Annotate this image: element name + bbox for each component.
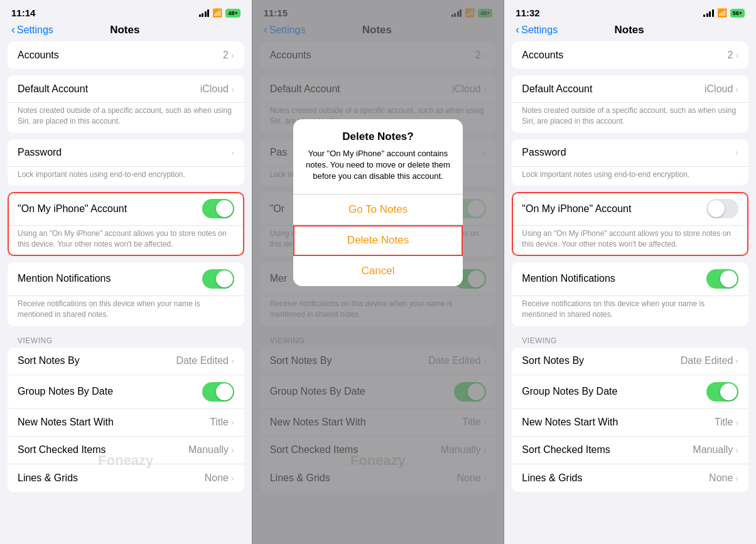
accounts-row-1[interactable]: Accounts 2 › bbox=[8, 41, 244, 69]
status-bar-1: 11:14 📶 48+ bbox=[0, 0, 252, 21]
new-notes-chevron-1: › bbox=[231, 417, 234, 427]
group-notes-row-3[interactable]: Group Notes By Date bbox=[512, 375, 748, 409]
accounts-value-3: 2 › bbox=[727, 50, 738, 61]
sort-checked-value-1: Manually › bbox=[188, 444, 234, 456]
lines-grids-value-1: None › bbox=[205, 472, 234, 484]
default-account-chevron-1: › bbox=[231, 84, 234, 94]
dialog-actions: Go To Notes Delete Notes Cancel bbox=[293, 194, 463, 286]
group-notes-toggle-3[interactable] bbox=[706, 382, 738, 402]
on-my-iphone-toggle-1[interactable] bbox=[202, 199, 234, 218]
password-chevron-1: › bbox=[231, 147, 234, 157]
back-button-3[interactable]: ‹ Settings bbox=[516, 23, 558, 36]
cancel-button[interactable]: Cancel bbox=[293, 256, 463, 286]
sort-checked-label-3: Sort Checked Items bbox=[522, 444, 610, 456]
sort-notes-row-3[interactable]: Sort Notes By Date Edited › bbox=[512, 348, 748, 375]
panel-3: 11:32 📶 56+ ‹ Settings Notes Accounts 2 bbox=[504, 0, 756, 544]
sort-checked-row-3[interactable]: Sort Checked Items Manually › bbox=[512, 437, 748, 464]
accounts-chevron-1: › bbox=[231, 50, 234, 60]
group-notes-label-1: Group Notes By Date bbox=[18, 386, 113, 397]
lines-grids-value-3: None › bbox=[709, 472, 738, 484]
password-note-1: Lock important notes using end-to-end en… bbox=[8, 167, 244, 186]
nav-bar-1: ‹ Settings Notes bbox=[0, 21, 252, 41]
nav-title-3: Notes bbox=[614, 24, 644, 36]
toggle-thumb-3 bbox=[708, 200, 725, 217]
default-account-label-3: Default Account bbox=[522, 83, 592, 95]
default-account-row-1[interactable]: Default Account iCloud › bbox=[8, 75, 244, 103]
sort-notes-value-3: Date Edited › bbox=[681, 355, 738, 366]
status-bar-3: 11:32 📶 56+ bbox=[504, 0, 756, 21]
dialog-overlay-2: Delete Notes? Your "On My iPhone" accoun… bbox=[252, 0, 504, 544]
new-notes-value-3: Title › bbox=[715, 417, 738, 428]
go-to-notes-button[interactable]: Go To Notes bbox=[293, 195, 463, 225]
group-notes-row-1[interactable]: Group Notes By Date bbox=[8, 375, 244, 409]
battery-1: 48+ bbox=[225, 9, 240, 18]
accounts-group-1: Accounts 2 › bbox=[8, 41, 244, 69]
signal-icon-3 bbox=[703, 9, 714, 17]
sort-notes-row-1[interactable]: Sort Notes By Date Edited › bbox=[8, 348, 244, 375]
mention-notif-label-3: Mention Notifications bbox=[522, 273, 615, 284]
nav-bar-3: ‹ Settings Notes bbox=[504, 21, 756, 41]
sort-notes-label-3: Sort Notes By bbox=[522, 355, 584, 366]
lines-grids-row-1[interactable]: Lines & Grids None › bbox=[8, 464, 244, 492]
password-row-3[interactable]: Password › bbox=[512, 139, 748, 167]
accounts-chevron-3: › bbox=[735, 50, 738, 60]
accounts-label-3: Accounts bbox=[522, 50, 563, 61]
default-account-row-3[interactable]: Default Account iCloud › bbox=[512, 75, 748, 103]
sort-checked-chevron-3: › bbox=[735, 445, 738, 455]
new-notes-label-3: New Notes Start With bbox=[522, 417, 618, 428]
dialog-title: Delete Notes? bbox=[303, 131, 453, 143]
new-notes-row-3[interactable]: New Notes Start With Title › bbox=[512, 409, 748, 437]
delete-notes-button[interactable]: Delete Notes bbox=[293, 225, 463, 256]
viewing-group-3: Sort Notes By Date Edited › Group Notes … bbox=[512, 348, 748, 492]
default-account-group-3: Default Account iCloud › Notes created o… bbox=[512, 75, 748, 133]
sort-checked-row-1[interactable]: Sort Checked Items Manually › bbox=[8, 437, 244, 464]
back-button-1[interactable]: ‹ Settings bbox=[11, 23, 53, 36]
password-value-3: › bbox=[735, 147, 738, 157]
on-my-iphone-note-3: Using an "On My iPhone" account allows y… bbox=[512, 226, 748, 256]
lines-grids-row-3[interactable]: Lines & Grids None › bbox=[512, 464, 748, 492]
group-notes-label-3: Group Notes By Date bbox=[522, 386, 617, 397]
mention-notif-group-1: Mention Notifications Receive notificati… bbox=[8, 262, 244, 326]
on-my-iphone-note-1: Using an "On My iPhone" account allows y… bbox=[8, 226, 244, 256]
password-group-3: Password › Lock important notes using en… bbox=[512, 139, 748, 186]
lines-grids-chevron-1: › bbox=[231, 473, 234, 483]
toggle-thumb-gn-3 bbox=[720, 383, 737, 400]
default-account-value-3: iCloud › bbox=[705, 83, 738, 95]
mention-notif-row-1[interactable]: Mention Notifications bbox=[8, 262, 244, 296]
group-notes-toggle-1[interactable] bbox=[202, 382, 234, 402]
password-chevron-3: › bbox=[735, 147, 738, 157]
mention-notif-toggle-3[interactable] bbox=[706, 269, 738, 289]
wifi-icon-3: 📶 bbox=[717, 8, 727, 18]
accounts-value-1: 2 › bbox=[223, 50, 234, 61]
sort-notes-chevron-3: › bbox=[735, 356, 738, 366]
new-notes-label-1: New Notes Start With bbox=[18, 417, 114, 428]
password-row-1[interactable]: Password › bbox=[8, 139, 244, 167]
accounts-group-3: Accounts 2 › bbox=[512, 41, 748, 69]
dialog-header: Delete Notes? Your "On My iPhone" accoun… bbox=[293, 119, 463, 194]
time-3: 11:32 bbox=[516, 8, 539, 18]
panel-1: 11:14 📶 48+ ‹ Settings Notes Accounts 2 bbox=[0, 0, 252, 544]
mention-notif-note-1: Receive notifications on this device whe… bbox=[8, 296, 244, 326]
new-notes-row-1[interactable]: New Notes Start With Title › bbox=[8, 409, 244, 437]
accounts-row-3[interactable]: Accounts 2 › bbox=[512, 41, 748, 69]
default-account-value-1: iCloud › bbox=[200, 83, 234, 95]
on-my-iphone-row-1[interactable]: "On My iPhone" Account bbox=[8, 192, 244, 226]
on-my-iphone-toggle-3[interactable] bbox=[706, 199, 738, 218]
wifi-icon-1: 📶 bbox=[212, 8, 222, 18]
toggle-thumb-mn-3 bbox=[720, 270, 737, 287]
status-icons-1: 📶 48+ bbox=[199, 8, 240, 18]
on-my-iphone-label-1: "On My iPhone" Account bbox=[18, 203, 127, 215]
mention-notif-group-3: Mention Notifications Receive notificati… bbox=[512, 262, 748, 326]
signal-icon-1 bbox=[199, 9, 210, 17]
password-label-1: Password bbox=[18, 147, 62, 158]
on-my-iphone-group-3: "On My iPhone" Account Using an "On My i… bbox=[512, 192, 748, 256]
lines-grids-chevron-3: › bbox=[735, 473, 738, 483]
mention-notif-toggle-1[interactable] bbox=[202, 269, 234, 289]
mention-notif-row-3[interactable]: Mention Notifications bbox=[512, 262, 748, 296]
on-my-iphone-row-3[interactable]: "On My iPhone" Account bbox=[512, 192, 748, 226]
viewing-label-3: VIEWING bbox=[512, 333, 748, 348]
nav-title-1: Notes bbox=[110, 24, 139, 36]
battery-3: 56+ bbox=[730, 9, 745, 18]
time-1: 11:14 bbox=[11, 8, 35, 18]
back-label-3: Settings bbox=[521, 24, 558, 36]
